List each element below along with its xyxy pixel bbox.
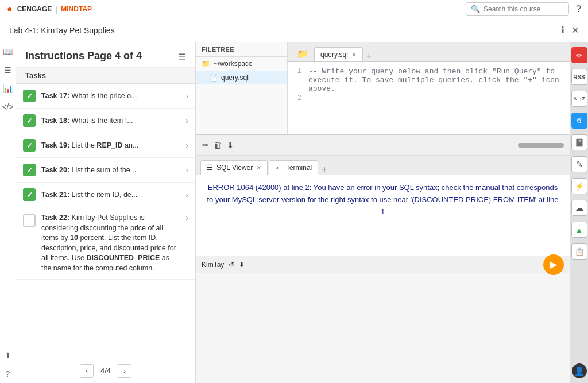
help-circle-icon[interactable]: ? [6,369,10,378]
sidebar-btn-notes2[interactable]: 📋 [571,243,587,260]
task-checkbox-17[interactable] [23,90,36,102]
code-icon[interactable]: </> [2,102,13,111]
line-num-1: 1 [288,67,308,75]
file-label: query.sql [221,73,249,82]
task-arrow-21: › [185,190,188,199]
bottom-tabs: ☰ SQL Viewer ✕ >_ Terminal + [196,156,570,175]
sidebar-btn-notebook[interactable]: 📓 [571,134,587,150]
task-text-17: Task 17: What is the price o... [41,91,180,102]
task-checkbox-20[interactable] [23,164,36,176]
sidebar-btn-edit2[interactable]: ✎ [571,156,587,172]
workspace-item[interactable]: 📁 ~/workspace [196,57,287,71]
task-item-17[interactable]: Task 17: What is the price o... › [16,84,195,109]
editor-tabs: 📁 query.sql ✕ + [288,42,570,62]
task-text-18: Task 18: What is the item I... [41,116,180,126]
search-box[interactable]: 🔍 [466,2,569,16]
sidebar-btn-cloud[interactable]: ☁ [571,200,587,216]
file-tree-header: FILETREE [196,42,287,57]
folder-icon: 📁 [202,60,210,68]
task-list: Task 17: What is the price o... › Task 1… [16,84,195,358]
task-arrow-22: › [185,213,188,222]
help-icon[interactable]: ? [576,4,581,14]
terminal-label: Terminal [286,164,312,172]
chart-icon[interactable]: 📊 [3,84,13,93]
sidebar-btn-rss[interactable]: RSS [571,69,587,85]
brand-mindtap: MINDTAP [61,5,92,13]
top-nav: ● CENGAGE | MINDTAP 🔍 ? [0,0,588,18]
bottom-tab-add-button[interactable]: + [322,164,327,175]
instructions-title: Instructions Page 4 of 4 [25,49,142,63]
task-arrow-18: › [185,116,188,125]
query-sql-tab[interactable]: query.sql ✕ [314,47,363,61]
sidebar-btn-person[interactable]: 👤 [572,363,587,378]
workspace-label: ~/workspace [214,60,253,68]
instructions-header: Instructions Page 4 of 4 ☰ [16,42,195,68]
status-left: KimTay ↺ ⬇ [202,261,245,269]
bottom-content: ERROR 1064 (42000) at line 2: You have a… [196,175,570,256]
task-text-22: Task 22: KimTay Pet Supplies is consider… [41,213,180,273]
task-item-20[interactable]: Task 20: List the sum of the... › [16,158,195,183]
sidebar-btn-az[interactable]: A→Z [571,91,587,107]
tab-label: query.sql [320,51,348,59]
delete-toolbar-button[interactable]: 🗑 [214,140,222,150]
query-file-item[interactable]: 📄 query.sql [196,71,287,84]
edit-toolbar-button[interactable]: ✏ [202,140,209,150]
lab-header-actions: ℹ ✕ [561,25,579,36]
next-page-button[interactable]: › [118,364,131,378]
left-sidebar: 📖 ☰ 📊 </> ⬆ ? [0,42,16,383]
task-arrow-20: › [185,165,188,175]
folder-button[interactable]: 📁 [292,46,313,61]
share-icon[interactable]: ⬆ [5,351,11,360]
task-checkbox-22[interactable] [23,214,36,227]
history-icon[interactable]: ↺ [229,261,234,269]
instructions-panel: Instructions Page 4 of 4 ☰ Tasks Task 17… [16,42,196,383]
editor-area: 📁 query.sql ✕ + 1 -- Write your query be… [288,42,570,134]
right-sidebar: ✏ RSS A→Z 6 📓 ✎ ⚡ ☁ ▲ 📋 👤 [570,42,588,383]
task-checkbox-21[interactable] [23,188,36,201]
prev-page-button[interactable]: ‹ [80,364,94,378]
task-item-19[interactable]: Task 19: List the REP_ID an... › [16,133,195,158]
sidebar-btn-six[interactable]: 6 [571,113,587,129]
brand-sep: | [55,5,57,14]
task-item-22[interactable]: Task 22: KimTay Pet Supplies is consider… [16,207,195,280]
sql-viewer-icon: ☰ [207,164,213,172]
status-download-icon[interactable]: ⬇ [239,261,245,269]
line-content-1: -- Write your query below and then click… [308,67,570,93]
close-icon[interactable]: ✕ [571,25,579,36]
task-item-21[interactable]: Task 21: List the item ID, de... › [16,183,195,207]
tab-close-button[interactable]: ✕ [351,51,357,59]
search-input[interactable] [483,5,564,13]
task-item-18[interactable]: Task 18: What is the item I... › [16,109,195,133]
tasks-label: Tasks [16,68,195,84]
list-icon[interactable]: ☰ [4,65,11,75]
scroll-indicator [518,143,564,148]
task-checkbox-19[interactable] [23,139,36,152]
status-bar: KimTay ↺ ⬇ ▶ [196,256,570,273]
right-panel: FILETREE 📁 ~/workspace 📄 query.sql 📁 que… [196,42,570,383]
task-text-20: Task 20: List the sum of the... [41,165,180,176]
info-icon[interactable]: ℹ [561,25,564,36]
bottom-panel: ✏ 🗑 ⬇ ☰ SQL Viewer ✕ >_ Terminal + [196,134,570,273]
sidebar-btn-pen[interactable]: ✏ [571,47,587,63]
db-name: KimTay [202,261,224,269]
brand-cengage: CENGAGE [17,5,52,13]
run-button[interactable]: ▶ [543,254,564,275]
task-arrow-17: › [185,91,188,100]
file-icon: 📄 [210,74,218,82]
terminal-tab[interactable]: >_ Terminal [269,160,318,175]
code-editor[interactable]: 1 -- Write your query below and then cli… [288,62,570,134]
sql-viewer-close[interactable]: ✕ [256,164,261,172]
sql-viewer-tab[interactable]: ☰ SQL Viewer ✕ [200,160,268,175]
page-indicator: 4/4 [100,366,111,375]
task-arrow-19: › [185,141,188,150]
hamburger-icon[interactable]: ☰ [178,52,186,63]
sidebar-btn-connect[interactable]: ⚡ [571,178,587,194]
sidebar-btn-drive[interactable]: ▲ [571,222,587,238]
download-toolbar-button[interactable]: ⬇ [227,140,234,150]
main-area: 📖 ☰ 📊 </> ⬆ ? Instructions Page 4 of 4 ☰… [0,42,588,383]
tab-add-button[interactable]: + [366,51,372,61]
book-icon[interactable]: 📖 [3,47,13,56]
task-checkbox-18[interactable] [23,114,36,127]
error-message: ERROR 1064 (42000) at line 2: You have a… [205,182,560,218]
task-text-21: Task 21: List the item ID, de... [41,190,180,200]
